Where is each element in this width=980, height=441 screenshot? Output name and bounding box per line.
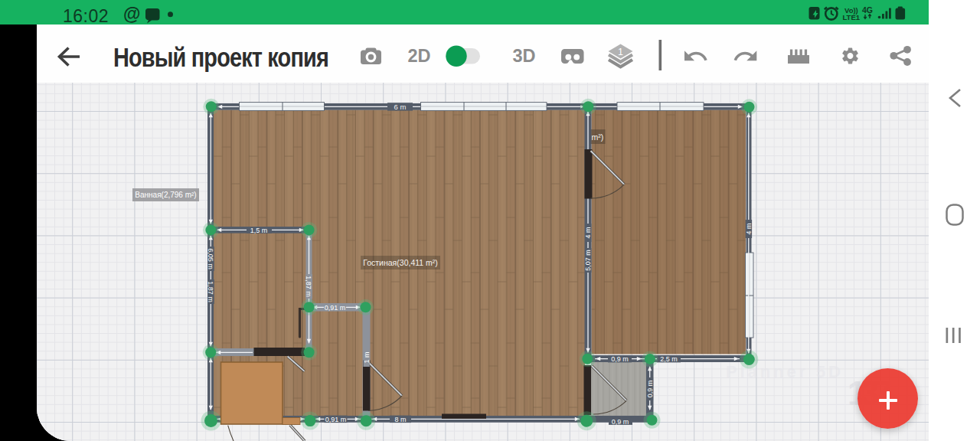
svg-text:4G: 4G xyxy=(862,5,873,15)
svg-text:2,5 m: 2,5 m xyxy=(660,355,678,363)
svg-text:6,05 m: 6,05 m xyxy=(207,248,214,270)
svg-text:5,07 m: 5,07 m xyxy=(585,250,593,271)
svg-text:0,9 m: 0,9 m xyxy=(612,418,629,426)
svg-text:@: @ xyxy=(123,4,140,24)
svg-text:2D: 2D xyxy=(407,46,430,66)
svg-text:m²): m²) xyxy=(592,132,604,142)
svg-text:4 m: 4 m xyxy=(585,227,593,238)
svg-text:0,9 m: 0,9 m xyxy=(646,381,654,398)
svg-text:4 m: 4 m xyxy=(745,223,753,234)
svg-text:6 m: 6 m xyxy=(394,103,407,111)
svg-text:0,9 m: 0,9 m xyxy=(611,355,629,363)
svg-text:1: 1 xyxy=(618,47,623,57)
svg-text:8 m: 8 m xyxy=(394,416,406,423)
svg-text:0,91 m: 0,91 m xyxy=(325,416,347,423)
svg-text:1,5 m: 1,5 m xyxy=(250,227,268,234)
svg-text:Гостиная(30,411 m²): Гостиная(30,411 m²) xyxy=(363,258,438,267)
svg-text:1,87 m: 1,87 m xyxy=(207,281,214,302)
svg-text:3D: 3D xyxy=(512,46,535,66)
svg-text:Ванная(2,796 m²): Ванная(2,796 m²) xyxy=(135,191,196,199)
svg-text:LTE1: LTE1 xyxy=(843,13,861,21)
svg-text:1 m: 1 m xyxy=(363,351,371,363)
svg-text:0,91 m: 0,91 m xyxy=(325,304,346,312)
svg-text:1,87 m: 1,87 m xyxy=(305,276,312,297)
